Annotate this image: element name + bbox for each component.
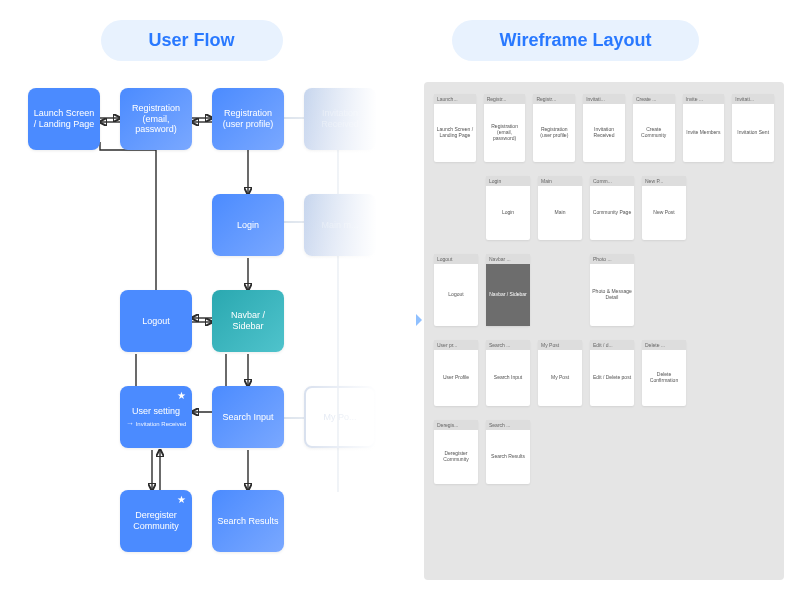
- node-label: User setting →Invitation Received: [126, 406, 187, 428]
- wire-card: Registr...Registration (user profile): [533, 94, 575, 162]
- node-my-post: My Po...: [304, 386, 376, 448]
- node-label: Registration (email, password): [124, 103, 188, 135]
- wire-card-body: Registration (email, password): [484, 104, 526, 162]
- wireframe-panel: Launch...Launch Screen / Landing PageReg…: [424, 82, 784, 580]
- wire-card-body: Community Page: [590, 186, 634, 240]
- wire-card: LogoutLogout: [434, 254, 478, 326]
- wire-card-body: Invite Members: [683, 104, 725, 162]
- node-registration-credentials: Registration (email, password): [120, 88, 192, 150]
- wire-card: Create ...Create Community: [633, 94, 675, 162]
- node-main: Main m...: [304, 194, 376, 256]
- wire-card-tab: Search ...: [486, 420, 530, 430]
- wire-card: My PostMy Post: [538, 340, 582, 406]
- wire-card: Launch...Launch Screen / Landing Page: [434, 94, 476, 162]
- node-launch: Launch Screen / Landing Page: [28, 88, 100, 150]
- wire-card: Registr...Registration (email, password): [484, 94, 526, 162]
- wire-card: User pr...User Profile: [434, 340, 478, 406]
- wire-card-tab: My Post: [538, 340, 582, 350]
- node-label: Main m...: [321, 220, 358, 231]
- wire-card-body: My Post: [538, 350, 582, 406]
- wire-card: Search ...Search Results: [486, 420, 530, 484]
- fade-overlay: [286, 82, 416, 580]
- wire-card-body: New Post: [642, 186, 686, 240]
- wire-card-tab: Create ...: [633, 94, 675, 104]
- node-label: Invitation Received: [308, 108, 372, 130]
- wire-card-body: Launch Screen / Landing Page: [434, 104, 476, 162]
- wire-card: Navbar ...Navbar / Sidebar: [486, 254, 530, 326]
- node-label: Deregister Community: [124, 510, 188, 532]
- node-navbar-sidebar: Navbar / Sidebar: [212, 290, 284, 352]
- wire-card: New P...New Post: [642, 176, 686, 240]
- wire-card-body: Deregister Community: [434, 430, 478, 484]
- wire-card: Comm...Community Page: [590, 176, 634, 240]
- wire-card-body: Search Input: [486, 350, 530, 406]
- wire-card-body: Edit / Delete post: [590, 350, 634, 406]
- wire-row: Launch...Launch Screen / Landing PageReg…: [434, 94, 774, 162]
- node-deregister-community: ★ Deregister Community: [120, 490, 192, 552]
- wire-card-body: Photo & Message Detail: [590, 264, 634, 326]
- wire-card-tab: Invitati...: [583, 94, 625, 104]
- user-flow-title: User Flow: [101, 20, 283, 61]
- wire-card-tab: Main: [538, 176, 582, 186]
- user-flow-panel: Launch Screen / Landing Page Registratio…: [16, 82, 416, 580]
- node-label: Logout: [142, 316, 170, 327]
- node-login: Login: [212, 194, 284, 256]
- node-registration-profile: Registration (user profile): [212, 88, 284, 150]
- node-label: Search Input: [222, 412, 273, 423]
- wire-card-tab: Registr...: [484, 94, 526, 104]
- node-label: Launch Screen / Landing Page: [32, 108, 96, 130]
- wire-card: Invitati...Invitation Received: [583, 94, 625, 162]
- wire-card: Edit / d...Edit / Delete post: [590, 340, 634, 406]
- wireframe-layout-title: Wireframe Layout: [452, 20, 700, 61]
- wire-card-tab: Comm...: [590, 176, 634, 186]
- wire-row: LogoutLogoutNavbar ...Navbar / SidebarPh…: [434, 254, 774, 326]
- wire-card-tab: Launch...: [434, 94, 476, 104]
- wire-card-body: Invitation Received: [583, 104, 625, 162]
- node-label: Search Results: [217, 516, 278, 527]
- wire-card-body: Search Results: [486, 430, 530, 484]
- wire-card-tab: Search ...: [486, 340, 530, 350]
- wire-card-tab: Login: [486, 176, 530, 186]
- wire-card: LoginLogin: [486, 176, 530, 240]
- wire-card: Photo ...Photo & Message Detail: [590, 254, 634, 326]
- node-search-results: Search Results: [212, 490, 284, 552]
- node-label: Navbar / Sidebar: [216, 310, 280, 332]
- wire-card-tab: Invite ...: [683, 94, 725, 104]
- wire-card-body: Registration (user profile): [533, 104, 575, 162]
- node-label: My Po...: [323, 412, 356, 423]
- wire-card: Delete ...Delete Confirmation: [642, 340, 686, 406]
- wire-card-body: Create Community: [633, 104, 675, 162]
- star-icon: ★: [177, 390, 186, 402]
- node-search-input: Search Input: [212, 386, 284, 448]
- wire-card-tab: Logout: [434, 254, 478, 264]
- wire-card: Invite ...Invite Members: [683, 94, 725, 162]
- wire-card: MainMain: [538, 176, 582, 240]
- wire-card-body: Main: [538, 186, 582, 240]
- node-invitation-received: Invitation Received: [304, 88, 376, 150]
- wire-card-tab: Edit / d...: [590, 340, 634, 350]
- wire-card-body: Delete Confirmation: [642, 350, 686, 406]
- wire-card-tab: Invitati...: [732, 94, 774, 104]
- wire-card-body: User Profile: [434, 350, 478, 406]
- wire-row: Deregis...Deregister CommunitySearch ...…: [434, 420, 774, 484]
- wire-card-tab: Delete ...: [642, 340, 686, 350]
- wire-card: Invitati...Invitation Sent: [732, 94, 774, 162]
- star-icon: ★: [177, 494, 186, 506]
- wire-card-tab: User pr...: [434, 340, 478, 350]
- wire-card-tab: Photo ...: [590, 254, 634, 264]
- node-logout: Logout: [120, 290, 192, 352]
- node-user-setting: ★ User setting →Invitation Received: [120, 386, 192, 448]
- wire-card-tab: Deregis...: [434, 420, 478, 430]
- node-label: Registration (user profile): [216, 108, 280, 130]
- section-headers: User Flow Wireframe Layout: [16, 20, 784, 61]
- wire-card: Search ...Search Input: [486, 340, 530, 406]
- wire-card-body: Navbar / Sidebar: [486, 264, 530, 326]
- wire-row: User pr...User ProfileSearch ...Search I…: [434, 340, 774, 406]
- wire-row: LoginLoginMainMainComm...Community PageN…: [486, 176, 774, 240]
- wire-card: Deregis...Deregister Community: [434, 420, 478, 484]
- wire-card-tab: Navbar ...: [486, 254, 530, 264]
- wire-card-tab: Registr...: [533, 94, 575, 104]
- wire-card-body: Invitation Sent: [732, 104, 774, 162]
- wire-card-body: Logout: [434, 264, 478, 326]
- wire-card-body: Login: [486, 186, 530, 240]
